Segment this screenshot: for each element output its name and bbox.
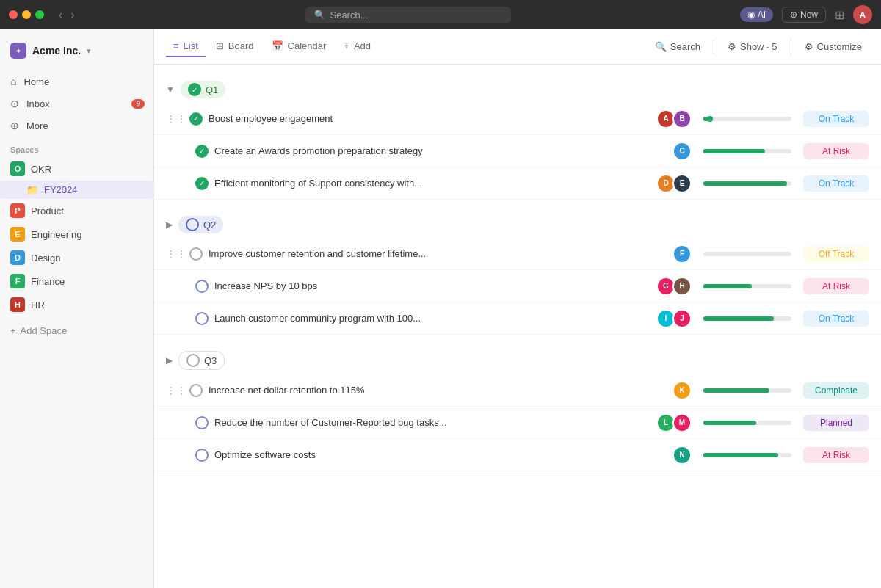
progress-bar — [703, 453, 791, 457]
group-header-q3[interactable]: ▶ Q3 — [154, 346, 881, 374]
progress-dot — [707, 116, 713, 122]
task-name[interactable]: Improve customer retention and customer … — [209, 248, 675, 259]
customize-label: Customize — [817, 41, 862, 52]
status-badge[interactable]: On Track — [803, 175, 869, 192]
sidebar-item-home[interactable]: ⌂ Home — [0, 70, 153, 92]
okr-dot: O — [10, 161, 25, 176]
task-name[interactable]: Reduce the number of Customer-Reported b… — [214, 417, 659, 428]
sidebar-item-engineering[interactable]: E Engineering — [0, 222, 153, 246]
search-action-icon: 🔍 — [655, 41, 667, 52]
tab-calendar[interactable]: 📅 Calendar — [264, 36, 334, 57]
back-arrow[interactable]: ‹ — [56, 7, 65, 22]
show-action[interactable]: ⚙ Show · 5 — [720, 37, 785, 56]
sidebar-item-fy2024[interactable]: 📁 FY2024 — [0, 181, 153, 199]
group-header-q2[interactable]: ▶ Q2 — [154, 211, 881, 238]
task-name[interactable]: Increase NPS by 10 bps — [214, 280, 659, 291]
group-spacer — [154, 200, 881, 211]
task-name[interactable]: Increase net dollar retention to 115% — [209, 385, 675, 396]
customize-icon: ⚙ — [805, 41, 813, 52]
customize-action[interactable]: ⚙ Customize — [797, 37, 869, 56]
progress-fill — [703, 388, 769, 393]
avatar: J — [672, 309, 692, 328]
task-name[interactable]: Create an Awards promotion preparation s… — [214, 145, 675, 156]
brand[interactable]: ✦ Acme Inc. ▾ — [0, 37, 153, 65]
progress-bg — [703, 181, 791, 186]
forward-arrow[interactable]: › — [68, 7, 78, 22]
sidebar-item-product[interactable]: P Product — [0, 199, 153, 222]
progress-bar — [703, 117, 791, 121]
sidebar-item-more[interactable]: ⊕ More — [0, 115, 153, 137]
q3-label: Q3 — [204, 355, 217, 366]
group-spacer — [154, 335, 881, 346]
show-label: Show · 5 — [740, 41, 777, 52]
product-label: Product — [31, 206, 64, 217]
add-space-icon: + — [10, 325, 16, 336]
show-icon: ⚙ — [728, 41, 736, 52]
new-button[interactable]: ⊕ New — [782, 7, 826, 23]
maximize-button[interactable] — [35, 10, 44, 19]
task-name[interactable]: Efficient monitoring of Support consiste… — [214, 178, 659, 189]
task-name[interactable]: Optimize software costs — [214, 449, 675, 460]
progress-bg — [703, 421, 791, 425]
status-badge[interactable]: At Risk — [803, 143, 869, 159]
spaces-label: Spaces — [0, 137, 153, 157]
status-badge[interactable]: At Risk — [803, 447, 869, 463]
progress-bg — [703, 252, 791, 256]
drag-handle[interactable]: ⋮⋮ — [166, 385, 186, 396]
user-avatar[interactable]: A — [853, 5, 872, 24]
task-name[interactable]: Launch customer community program with 1… — [214, 313, 659, 324]
task-row: ✓ Create an Awards promotion preparation… — [154, 135, 881, 167]
avatar: H — [672, 277, 692, 296]
search-action[interactable]: 🔍 Search — [648, 37, 708, 56]
brand-chevron-icon: ▾ — [87, 46, 91, 56]
tab-list[interactable]: ≡ List — [166, 36, 206, 57]
task-row: Reduce the number of Customer-Reported b… — [154, 407, 881, 439]
sidebar-item-hr[interactable]: H HR — [0, 293, 153, 316]
sidebar: ✦ Acme Inc. ▾ ⌂ Home ⊙ Inbox 9 ⊕ More Sp… — [0, 29, 154, 588]
sidebar-item-design[interactable]: D Design — [0, 246, 153, 269]
minimize-button[interactable] — [22, 10, 31, 19]
engineering-dot: E — [10, 227, 25, 242]
ai-badge[interactable]: ◉ AI — [740, 7, 773, 22]
status-badge[interactable]: Off Track — [803, 246, 869, 262]
progress-bg — [703, 149, 791, 153]
task-avatars: A B — [659, 109, 692, 128]
drag-handle[interactable]: ⋮⋮ — [166, 248, 186, 260]
avatar: C — [672, 142, 692, 161]
progress-fill — [703, 316, 774, 321]
divider-2 — [791, 40, 791, 54]
titlebar: ‹ › 🔍 Search... ◉ AI ⊕ New ⊞ A — [0, 0, 881, 29]
sidebar-item-inbox[interactable]: ⊙ Inbox 9 — [0, 92, 153, 115]
board-icon: ⊞ — [216, 40, 224, 51]
tab-board[interactable]: ⊞ Board — [209, 36, 261, 57]
design-label: Design — [31, 253, 60, 264]
grid-icon[interactable]: ⊞ — [835, 8, 844, 22]
status-badge[interactable]: Compleate — [803, 382, 869, 399]
close-button[interactable] — [9, 10, 18, 19]
search-input-wrap[interactable]: 🔍 Search... — [305, 7, 511, 23]
status-badge[interactable]: Planned — [803, 415, 869, 431]
q2-chevron-icon: ▶ — [166, 219, 173, 230]
calendar-label: Calendar — [288, 40, 327, 51]
list-icon: ≡ — [173, 40, 179, 51]
status-badge[interactable]: On Track — [803, 111, 869, 127]
q2-label: Q2 — [203, 219, 216, 231]
task-avatars: C — [675, 142, 692, 161]
engineering-label: Engineering — [31, 229, 81, 240]
drag-handle[interactable]: ⋮⋮ — [166, 113, 186, 125]
tab-add[interactable]: + Add — [336, 36, 378, 57]
q2-badge: Q2 — [178, 216, 223, 233]
status-badge[interactable]: At Risk — [803, 278, 869, 294]
task-name[interactable]: Boost employee engagement — [209, 113, 659, 124]
sidebar-item-finance[interactable]: F Finance — [0, 269, 153, 293]
add-space-label: Add Space — [21, 325, 68, 336]
add-space-button[interactable]: + Add Space — [0, 319, 153, 342]
avatar: K — [672, 381, 692, 400]
group-header-q1[interactable]: ▼ ✓ Q1 — [154, 76, 881, 103]
status-badge[interactable]: On Track — [803, 311, 869, 327]
q2-circle-icon — [186, 218, 199, 231]
task-status-circle — [189, 247, 203, 261]
sidebar-item-okr[interactable]: O OKR — [0, 157, 153, 181]
task-status-circle-blue — [195, 280, 209, 293]
home-icon: ⌂ — [10, 76, 16, 87]
